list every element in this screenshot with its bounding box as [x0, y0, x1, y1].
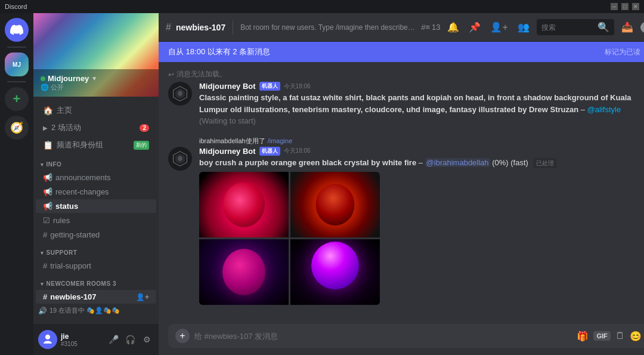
speaker-icon-3: 📢: [43, 202, 52, 211]
discord-home-btn[interactable]: [5, 18, 29, 42]
sticker-icon[interactable]: 🗒: [615, 331, 625, 341]
new-badge: 新的: [134, 141, 149, 150]
gif-button[interactable]: GIF: [593, 331, 610, 341]
system-msg-text: 消息无法加载。: [177, 69, 227, 79]
sidebar-item-events[interactable]: ▶ 2 场活动 2: [36, 119, 156, 136]
channel-newbies-107[interactable]: # newbies-107 👤+: [36, 290, 156, 304]
channel-announcements[interactable]: 📢 announcements: [36, 171, 156, 184]
message-group-1: Midjourney Bot 机器人 今天18:06 Classic paint…: [168, 82, 644, 127]
mute-btn[interactable]: 🎤: [106, 332, 120, 347]
app-layout: MJ + 🧭 Midjourney ▼ 🌐 公开: [0, 13, 644, 355]
notifications-icon[interactable]: 🔔: [445, 19, 462, 35]
server-header[interactable]: Midjourney ▼ 🌐 公开: [33, 13, 159, 97]
deafen-btn[interactable]: 🎧: [123, 332, 137, 347]
rail-divider: [7, 47, 26, 48]
inbox-icon[interactable]: 📥: [619, 19, 636, 35]
server-public: 🌐 公开: [41, 83, 97, 92]
maximize-btn[interactable]: □: [621, 3, 628, 10]
sidebar-item-channels[interactable]: 📋 频道和身份组 新的: [36, 137, 156, 153]
topbar-channel-name: newbies-107: [176, 23, 225, 32]
section-newcomer: ▾ NEWCOMER ROOMS 3: [33, 273, 159, 289]
gift-icon[interactable]: 🎁: [577, 331, 589, 342]
search-bar[interactable]: 🔍: [537, 19, 614, 35]
use-command-indicator: ibrahimabdellah使用了 /imagine: [168, 137, 644, 146]
topbar: # newbies-107 Bot room for new users. Ty…: [159, 13, 644, 42]
server-name: Midjourney ▼ 🌐 公开: [41, 74, 97, 92]
channel-getting-started[interactable]: # getting-started: [36, 228, 156, 242]
channel-recent-changes[interactable]: 📢 recent-changes: [36, 185, 156, 199]
server-name-text: Midjourney ▼: [41, 74, 97, 83]
topbar-description: Bot room for new users. Type /imagine th…: [240, 23, 416, 32]
msg-1-time: 今天18:06: [284, 82, 311, 91]
section-info: ▾ INFO: [33, 154, 159, 170]
command-text: /imagine: [268, 137, 293, 144]
collapse-icon[interactable]: ▾: [41, 162, 44, 168]
message-input[interactable]: [194, 332, 572, 341]
search-input[interactable]: [541, 23, 595, 32]
emoji-icon[interactable]: 😊: [630, 331, 642, 342]
online-dot: [41, 76, 45, 81]
message-2-content: Midjourney Bot 机器人 今天18:06 boy crush a p…: [199, 147, 644, 305]
msg-2-header: Midjourney Bot 机器人 今天18:06: [199, 147, 644, 156]
channel-trial-support[interactable]: # trial-support: [36, 259, 156, 273]
add-member-icon[interactable]: 👤+: [488, 19, 510, 35]
image-cell-4[interactable]: [290, 239, 380, 305]
reply-icon: ↩: [168, 70, 174, 79]
titlebar: Discord ─ □ ✕: [0, 0, 644, 13]
globe-icon: 🌐: [41, 84, 49, 91]
msg-2-time: 今天18:06: [284, 147, 311, 155]
minimize-btn[interactable]: ─: [611, 3, 618, 10]
message-1-content: Midjourney Bot 机器人 今天18:06 Classic paint…: [199, 82, 644, 127]
msg-1-text: Classic painting style, a fat ustaz whit…: [199, 92, 644, 115]
system-message: ↩ 消息无法加载。: [168, 67, 644, 82]
image-grid[interactable]: [199, 172, 380, 305]
input-actions: 🎁 GIF 🗒 😊: [577, 331, 641, 342]
image-cell-2[interactable]: [290, 172, 380, 237]
main-content: # newbies-107 Bot room for new users. Ty…: [159, 13, 644, 355]
server-icon[interactable]: MJ: [5, 53, 29, 76]
msg-1-footer: (Waiting to start): [199, 115, 644, 127]
hash-icon: #: [43, 230, 47, 239]
voice-channel-bar[interactable]: 🔊 19 在语音中 🎭👤🎭🎭: [33, 304, 159, 317]
msg-2-author: Midjourney Bot: [199, 147, 256, 156]
section-support: ▾ SUPPORT: [33, 242, 159, 258]
topbar-actions: #≡ 13 🔔 📌 👤+ 👥 🔍 📥 ?: [421, 19, 644, 35]
image-cell-3[interactable]: [199, 239, 289, 305]
status-badge: 已处理: [533, 158, 557, 168]
channel-hash-icon: #: [166, 22, 171, 33]
user-add-icon[interactable]: 👤+: [136, 293, 149, 301]
app-name: Discord: [5, 3, 27, 10]
members-icon[interactable]: 👥: [515, 19, 532, 35]
events-icon: ▶: [43, 125, 48, 131]
rail-divider-2: [7, 81, 26, 82]
bot-badge-1: 机器人: [259, 82, 280, 91]
mark-read-btn[interactable]: 标记为已读 ✓: [605, 47, 644, 57]
collapse-icon-3[interactable]: ▾: [41, 281, 44, 287]
user-info: jie #3105: [61, 332, 103, 347]
speaker-icon: 📢: [43, 173, 52, 182]
messages-area[interactable]: ↩ 消息无法加载。 Midjourney Bot 机器人 今天18:0: [159, 62, 644, 319]
explore-btn[interactable]: 🧭: [5, 116, 29, 140]
hash-icon-2: #: [43, 261, 47, 270]
image-cell-1[interactable]: [199, 172, 289, 237]
username: jie: [61, 332, 103, 341]
pin-icon[interactable]: 📌: [466, 19, 483, 35]
help-icon[interactable]: ?: [640, 22, 644, 33]
channel-rules[interactable]: ☑ rules: [36, 214, 156, 227]
hash-icon-3: #: [43, 292, 47, 301]
topbar-divider: [233, 20, 233, 35]
titlebar-left: Discord: [5, 3, 27, 10]
attach-button[interactable]: +: [175, 329, 190, 343]
close-btn[interactable]: ✕: [632, 3, 639, 10]
home-icon: 🏠: [43, 106, 53, 115]
titlebar-controls[interactable]: ─ □ ✕: [611, 3, 639, 10]
volume-icon: 🔊: [38, 307, 47, 315]
collapse-icon-2[interactable]: ▾: [41, 250, 44, 256]
bot-avatar-2: [168, 147, 192, 171]
channel-status[interactable]: 📢 status: [36, 199, 156, 213]
chevron-down-icon: ▼: [91, 75, 97, 82]
settings-btn[interactable]: ⚙: [140, 332, 154, 347]
add-server-btn[interactable]: +: [5, 87, 29, 111]
sidebar-item-home[interactable]: 🏠 主页: [36, 102, 156, 119]
input-container: + 🎁 GIF 🗒 😊: [168, 324, 644, 348]
